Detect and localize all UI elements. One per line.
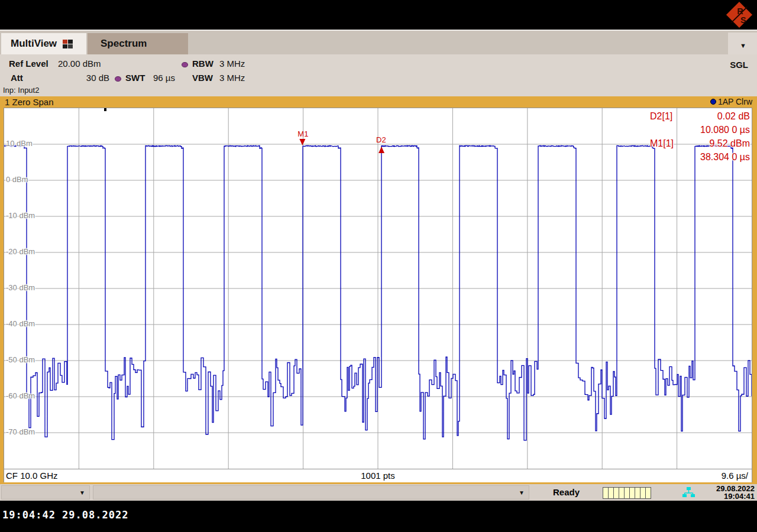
network-icon <box>682 486 695 498</box>
rbw-value[interactable]: 3 MHz <box>219 59 245 69</box>
swt-coupling-dot-icon <box>115 76 121 82</box>
progress-segment <box>635 488 640 498</box>
y-axis-label: -10 dBm <box>6 211 35 220</box>
tab-multiview[interactable]: MultiView <box>1 33 86 54</box>
progress-segment <box>614 488 619 498</box>
trigger-position-tick <box>104 108 106 111</box>
att-value[interactable]: 30 dB <box>58 73 109 83</box>
y-axis-label: -70 dBm <box>6 427 35 436</box>
chevron-down-icon: ▼ <box>740 43 746 49</box>
y-axis-label: -30 dBm <box>6 283 35 292</box>
tab-multiview-label: MultiView <box>11 38 57 50</box>
y-axis-label: 0 dBm <box>6 175 28 184</box>
rbw-coupling-dot-icon <box>182 62 188 67</box>
y-axis-label: -20 dBm <box>6 247 35 256</box>
ref-level-label: Ref Level <box>9 59 48 69</box>
trace1-label: 1AP Clrw <box>718 97 752 106</box>
settings-header: Ref Level 20.00 dBm Att 30 dB SWT 96 µs … <box>0 54 757 96</box>
tab-spectrum[interactable]: Spectrum <box>88 33 188 54</box>
y-axis-label: 10 dBm <box>6 139 33 148</box>
svg-text:M1: M1 <box>297 129 308 138</box>
top-bar: R S <box>0 0 757 30</box>
att-label: Att <box>11 73 23 83</box>
svg-text:S: S <box>740 15 746 25</box>
progress-segment <box>619 488 624 498</box>
svg-text:R: R <box>737 7 743 16</box>
marker-readout-row: 38.304 0 µs <box>650 152 752 166</box>
multiview-grid-icon <box>63 40 73 48</box>
progress-segment <box>646 488 651 498</box>
sweep-progress-bar <box>603 487 651 499</box>
ready-status: Ready <box>553 487 580 497</box>
marker-readout-row: 10.080 0 µs <box>650 125 752 138</box>
trace-info[interactable]: 1AP Clrw <box>710 97 752 106</box>
single-sweep-badge: SGL <box>730 60 748 70</box>
tab-overflow-dropdown[interactable]: ▼ <box>728 33 757 56</box>
window-title: 1 Zero Span <box>5 97 54 107</box>
sweep-points-label: 1001 pts <box>4 471 752 481</box>
diagram-area[interactable]: M1D2 10 dBm0 dBm-10 dBm-20 dBm-30 dBm-40… <box>4 108 752 469</box>
y-axis-label: -60 dBm <box>6 391 35 400</box>
progress-segment <box>630 488 635 498</box>
vbw-value[interactable]: 3 MHz <box>219 73 245 83</box>
diagram-footer: CF 10.0 GHz 1001 pts 9.6 µs/ <box>4 469 752 482</box>
svg-text:D2: D2 <box>376 135 386 144</box>
zero-span-window: 1 Zero Span 1AP Clrw M1D2 10 dBm0 dBm-10… <box>0 96 757 484</box>
chevron-down-icon: ▼ <box>519 490 525 496</box>
status-dropdown-left[interactable]: ▼ <box>1 485 90 499</box>
vbw-label: VBW <box>192 73 213 83</box>
swt-label: SWT <box>125 73 145 83</box>
trace-plot: M1D2 <box>4 108 752 469</box>
status-datetime: 29.08.2022 19:04:41 <box>716 485 755 500</box>
status-bar: ▼ ▼ Ready 29.08.2022 19:04:41 <box>0 484 757 501</box>
rohde-schwarz-logo: R S <box>724 1 754 29</box>
trace1-dot-icon <box>710 99 716 105</box>
clock-datetime: 19:04:42 29.08.2022 <box>2 509 128 521</box>
marker-readout-row: D2[1]0.02 dB <box>650 111 752 125</box>
progress-segment <box>609 488 613 498</box>
time-per-div-label: 9.6 µs/ <box>722 471 748 481</box>
marker-readout-table: D2[1]0.02 dB10.080 0 µsM1[1]9.52 dBm38.3… <box>650 111 752 166</box>
window-title-bar[interactable]: 1 Zero Span 1AP Clrw <box>0 96 757 108</box>
status-time: 19:04:41 <box>716 492 755 500</box>
progress-segment <box>640 488 645 498</box>
y-axis-label: -40 dBm <box>6 319 35 328</box>
ref-level-value[interactable]: 20.00 dBm <box>58 59 101 69</box>
tab-spectrum-label: Spectrum <box>101 38 147 50</box>
tab-bar: MultiView Spectrum ▼ <box>0 30 757 56</box>
bottom-bar: 19:04:42 29.08.2022 <box>0 501 757 532</box>
rbw-label: RBW <box>192 59 213 69</box>
marker-readout-row: M1[1]9.52 dBm <box>650 138 752 152</box>
chevron-down-icon: ▼ <box>79 490 85 496</box>
progress-segment <box>625 488 629 498</box>
status-dropdown-message[interactable]: ▼ <box>93 485 529 499</box>
input-source-label: Inp: Input2 <box>3 86 39 95</box>
y-axis-label: -50 dBm <box>6 355 35 364</box>
progress-segment <box>603 488 608 498</box>
swt-value[interactable]: 96 µs <box>153 73 175 83</box>
